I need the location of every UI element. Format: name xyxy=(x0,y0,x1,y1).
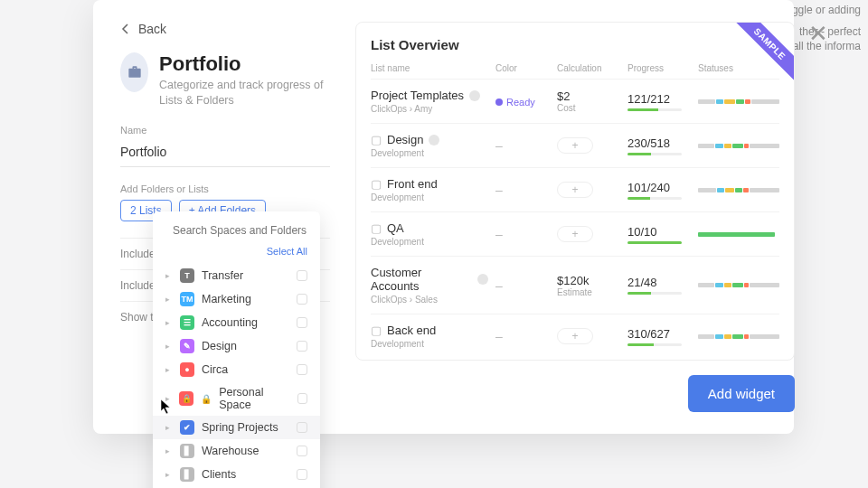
table-row[interactable]: ▢Front endDevelopment–+101/240 xyxy=(371,167,779,211)
list-path: Development xyxy=(371,192,488,202)
info-icon[interactable] xyxy=(477,274,488,285)
space-label: Clients xyxy=(202,468,236,481)
progress-cell: 101/240 xyxy=(627,181,691,200)
list-path: Development xyxy=(371,339,488,349)
add-calculation-button[interactable]: + xyxy=(557,137,593,154)
briefcase-icon xyxy=(120,52,148,92)
col-statuses: Statuses xyxy=(698,63,779,73)
lock-icon: 🔒 xyxy=(201,394,212,404)
col-color: Color xyxy=(495,63,550,73)
space-icon: T xyxy=(180,268,194,283)
color-cell: Ready xyxy=(495,93,550,109)
name-input[interactable] xyxy=(120,141,330,167)
status-bar xyxy=(698,334,779,339)
calculation-cell: + xyxy=(557,328,620,344)
space-icon: ▋ xyxy=(180,444,194,458)
space-item[interactable]: ▸☰Accounting xyxy=(153,311,320,334)
checkbox[interactable] xyxy=(297,422,307,433)
calculation-cell: $120kEstimate xyxy=(557,274,620,297)
chevron-right-icon: ▸ xyxy=(165,446,173,455)
close-icon[interactable]: ✕ xyxy=(808,20,828,48)
progress-cell: 310/627 xyxy=(627,327,691,346)
info-icon[interactable] xyxy=(429,135,439,145)
table-row[interactable]: ▢QADevelopment–+10/10 xyxy=(371,211,779,256)
color-cell: – xyxy=(495,227,550,241)
checkbox[interactable] xyxy=(297,446,307,456)
back-label: Back xyxy=(138,22,166,36)
add-calculation-button[interactable]: + xyxy=(557,328,593,344)
space-item[interactable]: ▸🔒🔒Personal Space xyxy=(153,381,320,416)
space-label: Accounting xyxy=(202,316,258,329)
table-row[interactable]: Project TemplatesClickOps › AmyReady$2Co… xyxy=(371,79,779,123)
checkbox[interactable] xyxy=(297,317,307,328)
right-column: SAMPLE List Overview List name Color Cal… xyxy=(355,22,795,412)
checkbox[interactable] xyxy=(297,294,307,305)
list-name: QA xyxy=(387,221,404,235)
space-label: Personal Space xyxy=(219,386,290,411)
page-title: Portfolio xyxy=(159,52,330,76)
overview-title: List Overview xyxy=(371,37,779,52)
checkbox[interactable] xyxy=(297,341,307,352)
space-icon: ☰ xyxy=(180,315,194,330)
chevron-right-icon: ▸ xyxy=(165,470,173,479)
list-name: Project Templates xyxy=(371,89,464,102)
space-label: Circa xyxy=(202,363,228,376)
table-row[interactable]: ▢DesignDevelopment–+230/518 xyxy=(371,123,779,167)
space-item[interactable]: ▸TTransfer xyxy=(153,264,320,287)
status-bar xyxy=(698,99,779,104)
chevron-left-icon xyxy=(120,23,131,34)
page-subtitle: Categorize and track progress of Lists &… xyxy=(159,78,330,108)
space-item[interactable]: ▸✎Design xyxy=(153,334,320,358)
name-label: Name xyxy=(120,125,330,136)
list-path: Development xyxy=(371,148,488,158)
cursor-icon xyxy=(160,399,173,415)
add-calculation-button[interactable]: + xyxy=(557,182,593,198)
progress-cell: 10/10 xyxy=(627,225,691,244)
info-icon[interactable] xyxy=(469,90,480,101)
folder-icon: ▢ xyxy=(371,221,382,235)
add-widget-button[interactable]: Add widget xyxy=(688,375,795,412)
space-icon: ✎ xyxy=(180,339,194,353)
calculation-cell: + xyxy=(557,226,620,242)
space-item[interactable]: ▸▋Clients xyxy=(153,463,320,486)
space-icon: TM xyxy=(180,292,194,306)
space-label: Transfer xyxy=(202,269,243,282)
calculation-cell: $2Cost xyxy=(557,89,620,113)
checkbox[interactable] xyxy=(297,469,307,480)
status-bar xyxy=(698,283,779,287)
space-label: Design xyxy=(202,340,237,352)
space-icon: 🔒 xyxy=(179,391,193,406)
checkbox[interactable] xyxy=(297,364,307,375)
chevron-right-icon: ▸ xyxy=(165,318,173,327)
chevron-right-icon: ▸ xyxy=(165,365,173,374)
status-bar xyxy=(698,232,779,237)
space-label: Marketing xyxy=(202,293,251,305)
add-calculation-button[interactable]: + xyxy=(557,226,593,242)
search-input[interactable] xyxy=(173,224,308,237)
status-bar xyxy=(698,188,779,192)
color-cell: – xyxy=(495,183,550,197)
select-all-link[interactable]: Select All xyxy=(153,242,320,264)
folder-icon: ▢ xyxy=(371,177,382,191)
back-button[interactable]: Back xyxy=(120,22,330,36)
space-item[interactable]: ▸▋Warehouse xyxy=(153,439,320,463)
space-icon: ▋ xyxy=(180,467,194,482)
status-bar xyxy=(698,144,779,148)
space-item[interactable]: ▸TMMarketing xyxy=(153,287,320,311)
table-row[interactable]: ▢Back endDevelopment–+310/627 xyxy=(371,314,779,358)
space-item[interactable]: ▸●Circa xyxy=(153,358,320,381)
table-row[interactable]: Customer AccountsClickOps › Sales–$120kE… xyxy=(371,256,779,314)
col-name: List name xyxy=(371,63,488,73)
list-name: Design xyxy=(387,133,423,146)
chevron-right-icon: ▸ xyxy=(165,271,173,280)
checkbox[interactable] xyxy=(297,270,307,281)
checkbox[interactable] xyxy=(297,393,307,404)
list-path: ClickOps › Amy xyxy=(371,104,488,114)
folder-icon: ▢ xyxy=(371,324,382,337)
chevron-right-icon: ▸ xyxy=(165,342,173,351)
status-dot xyxy=(495,99,503,106)
list-name: Front end xyxy=(387,177,438,191)
folder-icon: ▢ xyxy=(371,133,382,146)
list-name: Customer Accounts xyxy=(371,266,472,293)
space-item[interactable]: ▸✔Spring Projects xyxy=(153,416,320,439)
